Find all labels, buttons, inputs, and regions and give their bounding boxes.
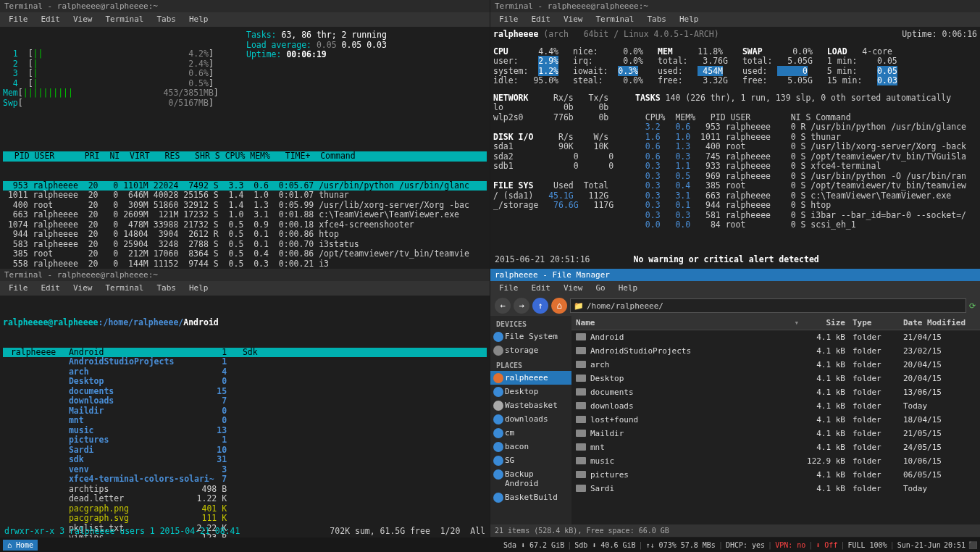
menu-view[interactable]: View xyxy=(558,283,589,294)
file-row[interactable]: AndroidStudioProjects4.1 kBfolder23/02/1… xyxy=(571,344,980,358)
home-button[interactable]: ⌂ xyxy=(551,298,567,314)
pane-htop: Terminal - ralpheeee@ralpheeee:~ File Ed… xyxy=(0,0,490,269)
folder-icon xyxy=(576,375,586,382)
sidebar-place[interactable]: bacon xyxy=(490,440,571,453)
menu-help[interactable]: Help xyxy=(183,283,214,294)
menu-file[interactable]: File xyxy=(3,283,34,294)
titlebar-fm[interactable]: ralpheeee - File Manager xyxy=(490,269,980,281)
fm-file-list[interactable]: Name ▾ Size Type Date Modified Android4.… xyxy=(571,316,980,524)
refresh-icon[interactable]: ⟳ xyxy=(969,301,976,311)
menu-edit[interactable]: Edit xyxy=(35,14,67,25)
menu-file[interactable]: File xyxy=(493,283,524,294)
ranger-item[interactable]: pacgraph.svg111 K xyxy=(61,514,235,524)
folder-icon xyxy=(576,361,586,368)
process-row[interactable]: 953 ralpheeee 20 0 1101M 22024 7492 S 3.… xyxy=(3,181,487,191)
ranger-item[interactable]: documents15 xyxy=(61,387,235,397)
sidebar-place[interactable]: Wastebasket xyxy=(490,398,571,412)
ranger-item[interactable]: arch4 xyxy=(61,367,235,377)
sidebar-place[interactable]: BasketBuild xyxy=(490,490,571,504)
sidebar-place[interactable]: cm xyxy=(490,426,571,440)
file-row[interactable]: music122.9 kBfolder10/06/15 xyxy=(571,454,980,468)
htop-content[interactable]: 1 [|| 4.2%] 2 [| 2.4%] 3 [| 0.6%] 4 [| 0… xyxy=(0,27,490,269)
menu-view[interactable]: View xyxy=(67,283,99,294)
ranger-item[interactable]: Android1 xyxy=(61,348,235,358)
ranger-parent[interactable]: ralpheeee xyxy=(3,348,61,358)
titlebar-ranger[interactable]: Terminal - ralpheeee@ralpheeee:~ xyxy=(0,269,490,281)
ranger-item[interactable]: mnt0 xyxy=(61,416,235,426)
menu-edit[interactable]: Edit xyxy=(526,283,557,294)
menu-terminal[interactable]: Terminal xyxy=(100,14,150,25)
file-row[interactable]: Android4.1 kBfolder21/04/15 xyxy=(571,330,980,344)
ranger-content[interactable]: ralpheeee@ralpheeee:/home/ralpheeee/Andr… xyxy=(0,296,490,538)
ranger-item[interactable]: Desktop0 xyxy=(61,377,235,387)
ranger-item[interactable]: music13 xyxy=(61,426,235,436)
ranger-item[interactable]: pictures1 xyxy=(61,435,235,446)
ranger-item[interactable]: xfce4-terminal-colors-solari~7 xyxy=(61,474,235,485)
sidebar-device[interactable]: File System xyxy=(490,330,571,343)
process-row[interactable]: 663 ralpheeee 20 0 2609M 121M 17232 S 1.… xyxy=(3,210,487,220)
fm-statusbar: 21 items (528.4 kB), Free space: 66.0 GB xyxy=(490,524,980,537)
sidebar-place[interactable]: ralpheeee xyxy=(490,371,571,385)
titlebar-glances[interactable]: Terminal - ralpheeee@ralpheeee:~ xyxy=(490,0,980,12)
sidebar-place[interactable]: Desktop xyxy=(490,385,571,398)
process-row[interactable]: 944 ralpheeee 20 0 14804 3904 2612 R 0.5… xyxy=(3,230,487,240)
menu-view[interactable]: View xyxy=(67,14,99,25)
ranger-item[interactable]: sdk31 xyxy=(61,455,235,465)
file-row[interactable]: Desktop4.1 kBfolder20/04/15 xyxy=(571,372,980,385)
sidebar-place[interactable]: SG xyxy=(490,453,571,467)
sidebar-place[interactable]: downloads xyxy=(490,412,571,426)
titlebar-htop[interactable]: Terminal - ralpheeee@ralpheeee:~ xyxy=(0,0,490,12)
pane-file-manager: ralpheeee - File Manager File Edit View … xyxy=(490,269,980,538)
sidebar-device[interactable]: storage xyxy=(490,343,571,357)
process-row[interactable]: 400 root 20 0 309M 51860 32912 S 1.4 1.3… xyxy=(3,201,487,211)
menu-help[interactable]: Help xyxy=(674,14,705,25)
ranger-item[interactable]: downloads7 xyxy=(61,396,235,406)
menu-file[interactable]: File xyxy=(3,14,34,25)
file-row[interactable]: lost+found4.1 kBfolder18/04/15 xyxy=(571,413,980,427)
folder-icon xyxy=(576,457,586,464)
ranger-item[interactable]: venv3 xyxy=(61,465,235,475)
menu-edit[interactable]: Edit xyxy=(526,14,557,25)
menu-terminal[interactable]: Terminal xyxy=(590,14,640,25)
ranger-item[interactable]: Maildir0 xyxy=(61,406,235,417)
back-button[interactable]: ← xyxy=(495,298,511,314)
up-button[interactable]: ↑ xyxy=(532,298,548,314)
file-row[interactable]: Maildir4.1 kBfolder21/05/15 xyxy=(571,427,980,440)
process-row[interactable]: 1074 ralpheeee 20 0 478M 33988 21732 S 0… xyxy=(3,220,487,230)
location-bar[interactable]: 📁/home/ralpheeee/ xyxy=(570,298,966,313)
file-row[interactable]: pictures4.1 kBfolder06/05/15 xyxy=(571,468,980,482)
file-row[interactable]: mnt4.1 kBfolder24/05/15 xyxy=(571,440,980,454)
process-row[interactable]: 385 root 20 0 212M 17060 8364 S 0.5 0.4 … xyxy=(3,249,487,259)
menu-file[interactable]: File xyxy=(493,14,524,25)
menu-edit[interactable]: Edit xyxy=(35,283,67,294)
ranger-item[interactable]: AndroidStudioProjects1 xyxy=(61,357,235,367)
taskbar-home[interactable]: ⌂ Home xyxy=(3,540,38,551)
file-row[interactable]: documents4.1 kBfolder13/06/15 xyxy=(571,385,980,399)
tb-tray-icon[interactable]: ⬛ xyxy=(968,541,977,549)
ranger-item[interactable]: archtips498 B xyxy=(61,485,235,495)
process-row[interactable]: 583 ralpheeee 20 0 25904 3248 2788 S 0.5… xyxy=(3,240,487,250)
menu-tabs[interactable]: Tabs xyxy=(151,14,182,25)
process-row[interactable]: 1011 ralpheeee 20 0 646M 40028 25156 S 1… xyxy=(3,191,487,201)
file-row[interactable]: Sardi4.1 kBfolderToday xyxy=(571,482,980,495)
file-row[interactable]: arch4.1 kBfolder20/04/15 xyxy=(571,358,980,372)
menu-help[interactable]: Help xyxy=(613,283,644,294)
forward-button[interactable]: → xyxy=(514,298,529,314)
glances-content[interactable]: ralpheeee (arch 64bit / Linux 4.0.5-1-AR… xyxy=(490,27,980,233)
menu-tabs[interactable]: Tabs xyxy=(151,283,182,294)
sidebar-place[interactable]: Backup Android xyxy=(490,467,571,490)
file-row[interactable]: downloads4.1 kBfolderToday xyxy=(571,399,980,413)
ranger-item[interactable]: Sardi10 xyxy=(61,446,235,456)
menu-tabs[interactable]: Tabs xyxy=(641,14,672,25)
tb-fw: ⬇ Off xyxy=(816,541,837,549)
fm-list-header[interactable]: Name ▾ Size Type Date Modified xyxy=(571,316,980,330)
ranger-child[interactable]: Sdk xyxy=(235,348,487,358)
ranger-item[interactable]: pacgraph.png401 K xyxy=(61,504,235,514)
menu-view[interactable]: View xyxy=(558,14,589,25)
ranger-item[interactable]: dead.letter1.22 K xyxy=(61,494,235,504)
menu-terminal[interactable]: Terminal xyxy=(100,283,150,294)
menu-go[interactable]: Go xyxy=(590,283,611,294)
process-row[interactable]: 558 ralpheeee 20 0 144M 11152 9744 S 0.5… xyxy=(3,259,487,269)
pane-glances: Terminal - ralpheeee@ralpheeee:~ File Ed… xyxy=(490,0,980,269)
menu-help[interactable]: Help xyxy=(183,14,214,25)
